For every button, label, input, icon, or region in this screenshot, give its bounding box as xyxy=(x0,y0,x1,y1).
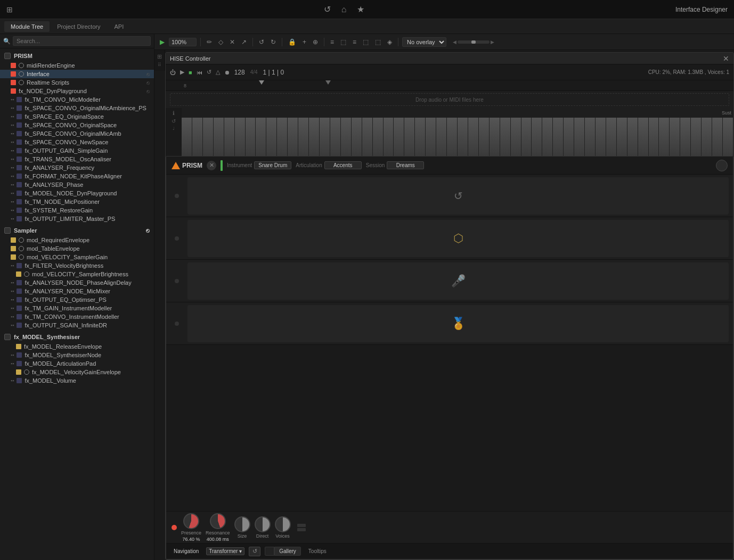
redo-icon[interactable]: ↻ xyxy=(268,37,278,47)
tree-item-fx-space-eq[interactable]: ▪▪ fx_SPACE_EQ_OriginalSpace xyxy=(0,112,154,121)
hamburger-icon[interactable]: ⊞ xyxy=(6,5,13,14)
tree-item-fx-analyser-phase[interactable]: ▪▪ fx_ANALYSER_Phase xyxy=(0,180,154,189)
sampler-ext-link[interactable]: ⎋ xyxy=(146,227,150,234)
midi-drop-zone[interactable]: Drop audio or MIDI files here xyxy=(170,93,729,106)
slot-3-content[interactable]: 🎤 xyxy=(187,262,729,300)
articulation-value[interactable]: Accents xyxy=(324,161,362,169)
ext-link-icon3[interactable]: ⎋ xyxy=(146,88,150,94)
lock-icon[interactable]: 🔒 xyxy=(286,37,298,47)
tree-item-fx-model-synthesiser-node[interactable]: ▪▪ fx_MODEL_SynthesiserNode xyxy=(0,351,154,359)
tree-item-fx-model-node-dynplayground[interactable]: ▪▪ fx_MODEL_NODE_DynPlayground xyxy=(0,189,154,197)
footer-tooltips-tab[interactable]: Tooltips xyxy=(305,547,330,555)
tree-item-mod-required-env[interactable]: mod_RequiredEnvelope xyxy=(0,236,154,244)
tree-item-fx-output-eq-optimser[interactable]: ▪▪ fx_OUTPUT_EQ_Optimser_PS xyxy=(0,295,154,304)
tree-item-fx-output-sgain-infinite[interactable]: ▪▪ fx_OUTPUT_SGAIN_InfiniteDR xyxy=(0,321,154,330)
home-icon[interactable]: ⌂ xyxy=(341,5,347,14)
close-icon[interactable]: ✕ xyxy=(227,37,237,47)
grid-dots-icon[interactable]: ⠿ xyxy=(158,62,161,68)
tree-item-fx-model-velocity-gain-env[interactable]: fx_MODEL_VelocityGainEnvelope xyxy=(0,368,154,376)
footer-navigation-tab[interactable]: Navigation xyxy=(170,547,202,555)
add-icon[interactable]: + xyxy=(300,37,308,47)
play-button-hise[interactable]: ▶ xyxy=(180,69,184,76)
tree-item-fx-output-limiter[interactable]: ▪▪ fx_OUTPUT_LIMITER_Master_PS xyxy=(0,215,154,223)
tree-item-interface[interactable]: Interface ⎋ xyxy=(0,70,154,78)
loop-button[interactable]: ↺ xyxy=(207,69,211,76)
zoom-input[interactable] xyxy=(169,38,197,46)
record-button[interactable]: ⏺ xyxy=(224,69,230,76)
tree-item-mod-velocity-sampler-brightness[interactable]: mod_VELOCITY_SamplerBrightness xyxy=(0,270,154,278)
tree-item-fx-tm-convo-instrument[interactable]: ▪▪ fx_TM_CONVO_InstrumentModeller xyxy=(0,312,154,321)
search-input[interactable] xyxy=(13,36,151,46)
direct-knob[interactable] xyxy=(255,516,271,532)
filter-icon[interactable]: ◈ xyxy=(385,37,394,47)
prism-close-button[interactable]: ✕ xyxy=(207,161,216,170)
tab-api[interactable]: API xyxy=(108,21,130,32)
circle-plus-icon[interactable]: ⊕ xyxy=(311,37,320,47)
footer-transformer-dropdown[interactable]: Transformer ▾ xyxy=(206,547,244,555)
grid-icon[interactable]: ⬚ xyxy=(361,37,371,47)
tree-item-fx-filter-velocity[interactable]: ▪▪ fx_FILTER_VelocityBrightness xyxy=(0,261,154,270)
tab-module-tree[interactable]: Module Tree xyxy=(4,21,50,32)
tree-item-midiRenderEngine[interactable]: midiRenderEngine xyxy=(0,61,154,70)
star-icon[interactable]: ★ xyxy=(357,4,364,14)
tree-item-fx-model-articulation-pad[interactable]: ▪▪ fx_MODEL_ArticulationPad xyxy=(0,359,154,368)
diamond-icon[interactable]: ◇ xyxy=(216,37,225,47)
pencil-icon[interactable]: ✏ xyxy=(205,37,214,47)
session-value[interactable]: Dreams xyxy=(387,161,424,169)
arrow-icon[interactable]: ↗ xyxy=(239,37,249,47)
tree-item-mod-table-env[interactable]: mod_TableEnvelope xyxy=(0,244,154,253)
ext-link-icon[interactable]: ⎋ xyxy=(146,71,150,77)
slot-1-content[interactable]: ↺ xyxy=(187,177,729,215)
tree-item-fx-model-volume[interactable]: ▪▪ fx_MODEL_Volume xyxy=(0,376,154,385)
piano-roll[interactable]: Sust Sub xyxy=(182,108,733,156)
slot-2-content[interactable]: ⬡ xyxy=(187,220,729,257)
size-knob[interactable] xyxy=(234,516,250,532)
metronome-button[interactable]: △ xyxy=(216,69,220,76)
tree-item-fx-analyser-node-micmixer[interactable]: ▪▪ fx_ANALYSER_NODE_MicMixer xyxy=(0,287,154,295)
tree-item-fx-space-convo-orig[interactable]: ▪▪ fx_SPACE_CONVO_OriginalMicAmbience_PS xyxy=(0,104,154,112)
overlay-select[interactable]: No overlay xyxy=(402,37,446,47)
table-icon[interactable]: ⬚ xyxy=(338,37,348,47)
tree-item-fx-analyser-node-phase[interactable]: ▪▪ fx_ANALYSER_NODE_PhaseAlignDelay xyxy=(0,278,154,287)
tree-item-realtime-scripts[interactable]: Realtime Scripts ⎋ xyxy=(0,78,154,87)
footer-refresh-button[interactable]: ↺ xyxy=(249,547,260,556)
tree-item-fx-trans-model[interactable]: ▪▪ fx_TRANS_MODEL_OscAnaliser xyxy=(0,155,154,163)
stop-button[interactable]: ■ xyxy=(189,69,192,76)
collapse-icon[interactable]: ⊞ xyxy=(157,53,162,60)
resonance-knob[interactable] xyxy=(210,513,226,529)
tree-item-fx-space-convo-orig-mic[interactable]: ▪▪ fx_SPACE_CONVO_OriginalMicAmb xyxy=(0,129,154,138)
prism-settings-button[interactable] xyxy=(716,160,728,171)
voices-knob[interactable] xyxy=(275,516,291,532)
presence-knob[interactable] xyxy=(183,513,199,529)
instrument-value[interactable]: Snare Drum xyxy=(254,161,291,169)
tree-item-fx-analyser-freq[interactable]: ▪▪ fx_ANALYSER_Frequency xyxy=(0,163,154,172)
tree-item-fx-model-release-env[interactable]: fx_MODEL_ReleaseEnvelope xyxy=(0,342,154,351)
refresh-icon[interactable]: ↺ xyxy=(324,4,331,14)
undo-icon[interactable]: ↺ xyxy=(257,37,266,47)
tree-item-fx-space-convo-orig-space[interactable]: ▪▪ fx_SPACE_CONVO_OriginalSpace xyxy=(0,121,154,129)
hise-close-button[interactable]: ✕ xyxy=(723,55,729,62)
piano-ctrl-refresh[interactable]: ↺ xyxy=(172,118,176,124)
footer-toggle-left[interactable] xyxy=(265,547,274,556)
tab-project-directory[interactable]: Project Directory xyxy=(51,21,107,32)
piano-ctrl-info[interactable]: ℹ xyxy=(173,110,175,116)
tree-item-fx-tm-gain-instrument[interactable]: ▪▪ fx_TM_GAIN_InstrumentModeller xyxy=(0,304,154,312)
rewind-button[interactable]: ⏮ xyxy=(197,69,202,76)
piano-ctrl-note[interactable]: ♩ xyxy=(173,126,175,131)
align-right-icon[interactable]: ≡ xyxy=(350,37,358,47)
tree-item-fx-tm-node-micpositioner[interactable]: ▪▪ fx_TM_NODE_MicPositioner xyxy=(0,197,154,206)
footer-gallery-tab[interactable]: Gallery xyxy=(274,547,301,556)
align-left-icon[interactable]: ≡ xyxy=(328,37,336,47)
tree-item-fx-output-gain[interactable]: ▪▪ fx_OUTPUT_GAIN_SimpleGain xyxy=(0,146,154,155)
play-button[interactable]: ▶ xyxy=(158,37,167,47)
slot-4-content[interactable]: 🏅 xyxy=(187,305,729,342)
tree-item-fx-tm-convo[interactable]: ▪▪ fx_TM_CONVO_MicModeller xyxy=(0,95,154,104)
power-button[interactable]: ⏻ xyxy=(170,69,176,76)
tree-item-fx-system-restoregain[interactable]: ▪▪ fx_SYSTEM_RestoreGain xyxy=(0,206,154,215)
tree-item-fx-format-node[interactable]: ▪▪ fx_FORMAT_NODE_KitPhaseAligner xyxy=(0,172,154,180)
tree-item-fx-space-convo-new[interactable]: ▪▪ fx_SPACE_CONVO_NewSpace xyxy=(0,138,154,146)
tree-item-fx-node-dynplayground[interactable]: fx_NODE_DynPlayground ⎋ xyxy=(0,87,154,95)
ext-link-icon2[interactable]: ⎋ xyxy=(146,80,150,86)
tree-item-mod-velocity-samplergain[interactable]: mod_VELOCITY_SamplerGain xyxy=(0,253,154,261)
layout-icon[interactable]: ⬚ xyxy=(373,37,383,47)
